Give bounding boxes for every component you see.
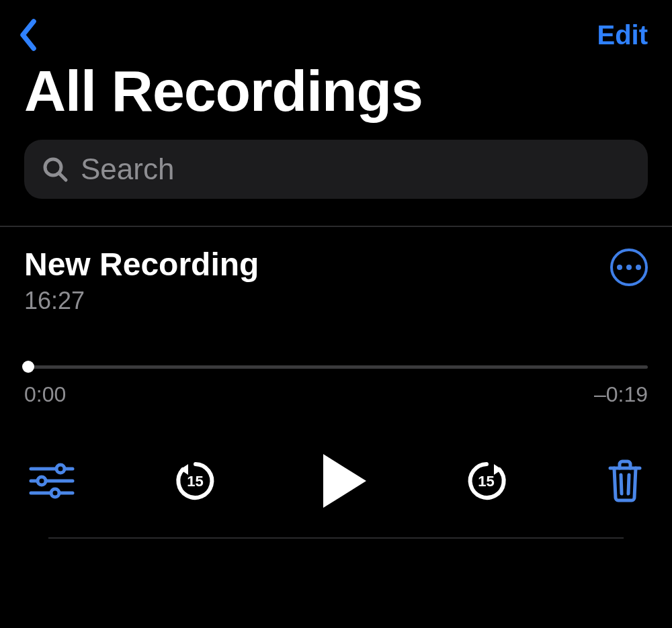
settings-button[interactable]: [28, 461, 75, 501]
ellipsis-icon: [617, 265, 622, 270]
recording-timestamp: 16:27: [24, 287, 259, 315]
back-button[interactable]: [12, 19, 44, 51]
trash-icon: [606, 459, 644, 503]
sliders-icon: [28, 461, 75, 501]
svg-line-8: [621, 475, 622, 494]
skip-forward-amount: 15: [478, 473, 494, 490]
search-field-container[interactable]: [24, 140, 648, 199]
scrubber-track: [24, 365, 648, 369]
svg-line-9: [628, 475, 629, 494]
svg-point-7: [51, 489, 59, 497]
elapsed-time: 0:00: [24, 382, 66, 407]
edit-button[interactable]: Edit: [597, 20, 648, 50]
svg-line-1: [59, 173, 66, 180]
skip-back-button[interactable]: 15: [172, 457, 219, 504]
controls-divider: [48, 537, 624, 539]
search-input[interactable]: [79, 152, 630, 187]
playback-scrubber[interactable]: [24, 363, 648, 370]
play-button[interactable]: [315, 454, 366, 508]
play-icon: [323, 454, 366, 508]
recording-item[interactable]: New Recording 16:27 0:00 –0:19: [0, 227, 672, 539]
remaining-time: –0:19: [594, 382, 648, 407]
skip-back-amount: 15: [187, 473, 203, 490]
chevron-left-icon: [19, 19, 38, 51]
more-options-button[interactable]: [610, 249, 648, 286]
delete-button[interactable]: [606, 459, 644, 503]
page-title: All Recordings: [0, 58, 672, 140]
svg-point-3: [56, 465, 65, 473]
search-icon: [42, 156, 69, 183]
scrubber-knob[interactable]: [22, 361, 34, 373]
svg-point-5: [38, 477, 46, 485]
recording-title: New Recording: [24, 247, 259, 283]
skip-forward-button[interactable]: 15: [463, 457, 510, 504]
